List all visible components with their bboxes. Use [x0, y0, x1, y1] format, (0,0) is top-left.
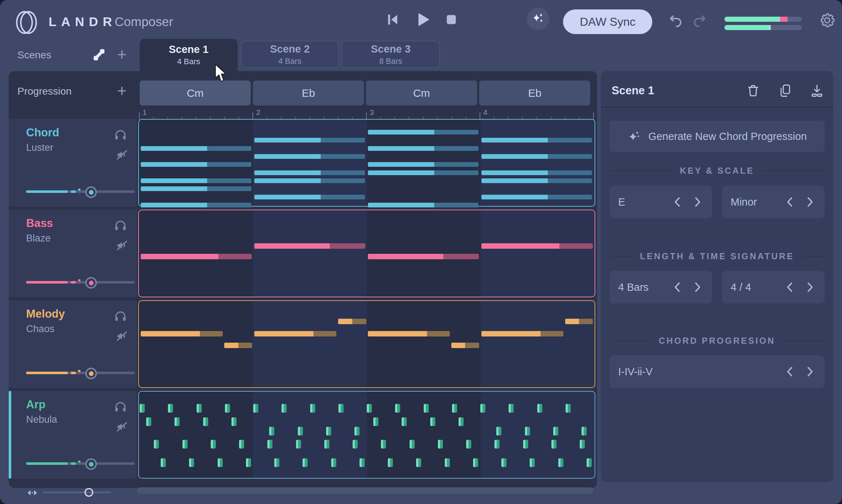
midi-note[interactable]: [254, 243, 366, 249]
chord-cell-2[interactable]: Eb: [253, 80, 364, 106]
stepper-next-button[interactable]: [690, 195, 704, 209]
horizontal-zoom-button[interactable]: [26, 487, 38, 499]
zoom-slider-knob[interactable]: [85, 488, 93, 497]
duplicate-scene-button[interactable]: [778, 83, 792, 98]
chord-cell-3[interactable]: Cm: [366, 80, 477, 106]
volume-slider[interactable]: [26, 186, 135, 197]
arp-note[interactable]: [274, 458, 279, 467]
arp-note[interactable]: [353, 440, 358, 449]
chord-cell-1[interactable]: Cm: [140, 80, 251, 106]
stepper-prev-button[interactable]: [671, 280, 685, 294]
midi-note[interactable]: [254, 178, 365, 183]
arp-note[interactable]: [509, 404, 514, 413]
stepper-next-button[interactable]: [690, 280, 704, 294]
midi-note[interactable]: [368, 331, 450, 336]
piano-roll-lane-arp[interactable]: [138, 391, 595, 479]
arp-note[interactable]: [231, 417, 237, 426]
arp-note[interactable]: [445, 458, 450, 467]
midi-note[interactable]: [141, 254, 252, 259]
volume-slider-knob[interactable]: [85, 368, 97, 379]
stepper-next-button[interactable]: [803, 365, 817, 379]
arp-note[interactable]: [253, 404, 258, 413]
stepper-prev-button[interactable]: [783, 195, 797, 209]
arp-note[interactable]: [282, 404, 287, 413]
arp-note[interactable]: [373, 417, 378, 426]
midi-note[interactable]: [565, 319, 593, 324]
midi-note[interactable]: [141, 186, 251, 191]
volume-slider-knob[interactable]: [85, 458, 97, 470]
midi-note[interactable]: [481, 331, 564, 336]
arp-note[interactable]: [296, 440, 301, 449]
arp-note[interactable]: [197, 404, 202, 413]
volume-slider[interactable]: [26, 277, 135, 288]
undo-button[interactable]: [668, 12, 684, 29]
solo-headphones-button[interactable]: [114, 310, 127, 323]
arp-note[interactable]: [388, 458, 393, 467]
solo-headphones-button[interactable]: [114, 219, 127, 233]
midi-note[interactable]: [141, 331, 223, 336]
mute-button[interactable]: [115, 420, 129, 434]
mute-button[interactable]: [115, 329, 129, 343]
volume-slider[interactable]: [26, 458, 135, 469]
stepper-key-scale-1[interactable]: E: [609, 186, 712, 218]
track-header-bass[interactable]: BassBlaze: [9, 210, 137, 297]
arp-note[interactable]: [480, 404, 485, 413]
midi-note[interactable]: [254, 331, 337, 336]
arp-note[interactable]: [551, 440, 556, 449]
arp-note[interactable]: [360, 458, 365, 467]
arp-note[interactable]: [473, 458, 478, 467]
arp-note[interactable]: [338, 404, 344, 413]
delete-scene-button[interactable]: [746, 83, 760, 98]
arp-note[interactable]: [140, 404, 145, 413]
mute-button[interactable]: [115, 239, 129, 252]
midi-note[interactable]: [368, 254, 479, 259]
skip-back-button[interactable]: [383, 10, 402, 29]
piano-roll-lane-melody[interactable]: [138, 300, 595, 388]
settings-button[interactable]: [818, 12, 836, 29]
arp-note[interactable]: [430, 417, 435, 426]
midi-note[interactable]: [481, 170, 592, 175]
generate-chord-progression-button[interactable]: Generate New Chord Progression: [609, 121, 825, 152]
track-header-melody[interactable]: MelodyChaos: [9, 300, 137, 388]
midi-note[interactable]: [141, 146, 251, 151]
track-header-arp[interactable]: ArpNebula: [9, 391, 137, 479]
midi-note[interactable]: [451, 343, 480, 348]
midi-note[interactable]: [481, 243, 593, 249]
arp-note[interactable]: [161, 458, 166, 467]
arp-note[interactable]: [587, 458, 592, 467]
arp-note[interactable]: [331, 458, 336, 467]
arp-note[interactable]: [424, 404, 429, 413]
arp-note[interactable]: [537, 404, 542, 413]
arp-note[interactable]: [326, 427, 331, 435]
midi-note[interactable]: [481, 195, 592, 199]
arp-note[interactable]: [218, 458, 223, 467]
volume-slider-knob[interactable]: [85, 186, 97, 198]
midi-note[interactable]: [141, 203, 251, 207]
arp-note[interactable]: [211, 440, 216, 449]
arp-note[interactable]: [558, 458, 563, 467]
mute-button[interactable]: [115, 148, 129, 162]
midi-note[interactable]: [368, 162, 478, 167]
midi-note[interactable]: [368, 203, 478, 207]
ai-assistant-button[interactable]: [527, 8, 549, 30]
export-scene-button[interactable]: [810, 83, 824, 98]
arp-note[interactable]: [395, 404, 400, 413]
arp-note[interactable]: [496, 427, 501, 435]
add-progression-button[interactable]: +: [114, 83, 130, 99]
stepper-chord-progresion-1[interactable]: I-IV-ii-V: [609, 355, 825, 388]
arp-note[interactable]: [189, 458, 194, 467]
arp-note[interactable]: [354, 427, 360, 435]
midi-note[interactable]: [224, 343, 252, 348]
chord-cell-4[interactable]: Eb: [479, 80, 590, 106]
arp-note[interactable]: [466, 440, 471, 449]
arp-note[interactable]: [239, 440, 244, 449]
arp-note[interactable]: [501, 458, 506, 467]
midi-note[interactable]: [254, 154, 365, 159]
stepper-prev-button[interactable]: [671, 195, 685, 209]
daw-sync-button[interactable]: DAW Sync: [563, 9, 652, 34]
arp-note[interactable]: [459, 417, 464, 426]
midi-note[interactable]: [254, 138, 365, 142]
arp-note[interactable]: [381, 440, 386, 449]
arp-note[interactable]: [566, 404, 571, 413]
scene-tab-3[interactable]: Scene 38 Bars: [341, 41, 440, 68]
